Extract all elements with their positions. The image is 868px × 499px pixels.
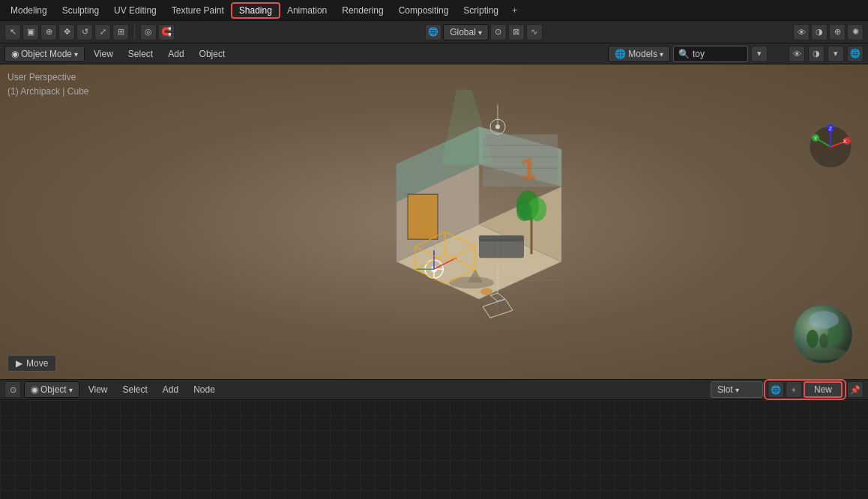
eye-icon: 👁 <box>798 28 806 37</box>
shader-select-btn[interactable]: Select <box>116 381 153 398</box>
pin-icon: 📌 <box>850 385 861 395</box>
gizmo-icon: ✺ <box>852 27 859 37</box>
shader-world-icon: 🌐 <box>771 385 781 395</box>
snap2-icon: ⊠ <box>513 27 519 37</box>
scene-svg: 1 <box>299 89 599 344</box>
shader-canvas[interactable] <box>0 400 868 499</box>
overlay-btn[interactable]: ⊕ <box>829 24 846 40</box>
rotate-btn[interactable]: ↺ <box>76 24 93 40</box>
select-btn[interactable]: Select <box>122 46 159 62</box>
slot-dropdown[interactable]: Slot <box>711 381 763 398</box>
menu-uv-editing[interactable]: UV Editing <box>106 3 164 18</box>
hdri-sphere <box>793 304 853 364</box>
viewport-chevron-btn[interactable]: ▾ <box>828 46 844 62</box>
object-btn[interactable]: Object <box>193 46 232 62</box>
svg-point-17 <box>516 200 531 221</box>
models-label: Models <box>628 49 657 59</box>
move-tool-icon: ▶ <box>16 358 22 369</box>
proportional-tools: ◎ 🧲 <box>140 24 175 40</box>
main-viewport[interactable]: User Perspective (1) Archipack | Cube 1 <box>0 64 868 379</box>
search-icon: 🔍 <box>678 49 690 59</box>
shader-plus-icon: + <box>792 385 796 394</box>
gizmo-btn[interactable]: ✺ <box>847 24 864 40</box>
shader-node-btn[interactable]: Node <box>187 381 221 398</box>
menu-add-workspace[interactable]: + <box>506 3 523 18</box>
overlay-icon: ⊕ <box>834 27 841 37</box>
move-btn[interactable]: ✥ <box>58 24 75 40</box>
cursor-icon: ↖ <box>10 27 16 37</box>
pivot-btn[interactable]: ⊙ <box>490 24 507 40</box>
svg-point-56 <box>819 333 828 348</box>
menu-texture-paint[interactable]: Texture Paint <box>164 3 232 18</box>
transform-tools: ↖ ▣ ⊕ ✥ ↺ ⤢ ⊞ <box>4 24 129 40</box>
viewport-chevron-icon: ▾ <box>834 49 838 58</box>
search-expand-btn[interactable]: ▾ <box>751 46 768 62</box>
menu-animation[interactable]: Animation <box>280 3 334 18</box>
eye-btn[interactable]: 👁 <box>793 24 810 40</box>
world-settings-btn[interactable]: 🌐 <box>847 46 864 62</box>
proportional2-btn[interactable]: ∿ <box>526 24 543 40</box>
object-type-icon: ◉ <box>31 384 38 395</box>
models-dropdown[interactable]: 🌐 Models <box>608 46 670 62</box>
menu-compositing[interactable]: Compositing <box>391 3 456 18</box>
search-box[interactable]: 🔍 toy <box>673 46 748 62</box>
header-right: 🌐 Models 🔍 toy ▾ 👁 ◑ ▾ 🌐 <box>608 46 864 62</box>
transform-all-icon: ⊞ <box>118 27 124 37</box>
world-icon: 🌐 <box>850 49 861 58</box>
select-label: Select <box>128 49 153 59</box>
transform-icon-btn[interactable]: ↖ <box>4 24 21 40</box>
shader-select-label: Select <box>122 384 147 395</box>
svg-point-58 <box>800 348 848 360</box>
header-row2: ◉ Object Mode View Select Add Object 🌐 M… <box>0 43 868 64</box>
slot-chevron-icon <box>735 384 739 395</box>
models-chevron-icon <box>660 49 663 59</box>
select-box-icon: ▣ <box>27 27 34 37</box>
scale-icon: ⤢ <box>100 27 106 37</box>
shader-view-btn[interactable]: View <box>82 381 114 398</box>
slot-label: Slot <box>717 384 733 395</box>
rotate-icon: ↺ <box>82 27 88 37</box>
move-icon: ✥ <box>64 27 70 37</box>
select-box-btn[interactable]: ▣ <box>22 24 39 40</box>
viewport-shade-icon: ◑ <box>816 27 823 37</box>
menu-shading[interactable]: Shading <box>232 3 280 18</box>
move-tool-label: Move <box>26 358 48 369</box>
shader-new-btn[interactable]: New <box>804 381 843 398</box>
editor-type-btn[interactable]: ⊙ <box>4 381 21 398</box>
navigation-gizmo[interactable]: X Y Z <box>808 124 853 169</box>
shader-editor-header: ⊙ ◉ Object View Select Add Node Slot 🌐 +… <box>0 379 868 400</box>
scale-btn[interactable]: ⤢ <box>94 24 111 40</box>
snap-btn[interactable]: 🧲 <box>158 24 175 40</box>
menu-sculpting[interactable]: Sculpting <box>55 3 106 18</box>
render-preview-btn[interactable]: 👁 <box>789 46 805 62</box>
viewport-shade-btn[interactable]: ◑ <box>811 24 828 40</box>
object-mode-dropdown[interactable]: ◉ Object Mode <box>4 46 85 62</box>
shader-add-btn[interactable]: Add <box>157 381 184 398</box>
viewport-overlay-btn[interactable]: ◑ <box>808 46 825 62</box>
snap-icon: 🧲 <box>161 27 172 37</box>
menu-scripting[interactable]: Scripting <box>456 3 506 18</box>
menu-modeling[interactable]: Modeling <box>3 3 55 18</box>
add-btn[interactable]: Add <box>162 46 190 62</box>
top-menubar: Modeling Sculpting UV Editing Texture Pa… <box>0 0 868 21</box>
shader-world-icon-btn[interactable]: 🌐 <box>768 381 784 398</box>
global-icon: 🌐 <box>428 27 438 37</box>
shader-plus-btn[interactable]: + <box>786 381 802 398</box>
models-icon: 🌐 <box>615 49 626 59</box>
transform-all-btn[interactable]: ⊞ <box>112 24 129 40</box>
svg-text:Z: Z <box>829 126 833 131</box>
view-btn[interactable]: View <box>88 46 119 62</box>
global-dropdown[interactable]: Global <box>443 24 489 40</box>
object-type-dropdown[interactable]: ◉ Object <box>24 381 79 398</box>
object-type-label: Object <box>40 384 67 395</box>
cursor-btn[interactable]: ⊕ <box>40 24 57 40</box>
global-icon-btn[interactable]: 🌐 <box>425 24 441 40</box>
svg-rect-18 <box>479 239 524 258</box>
proportional-btn[interactable]: ◎ <box>140 24 157 40</box>
sep1 <box>134 25 135 40</box>
menu-rendering[interactable]: Rendering <box>334 3 391 18</box>
snap2-btn[interactable]: ⊠ <box>508 24 525 40</box>
svg-point-57 <box>809 311 839 329</box>
object-mode-label: Object Mode <box>21 49 72 59</box>
shader-pin-btn[interactable]: 📌 <box>847 381 864 398</box>
